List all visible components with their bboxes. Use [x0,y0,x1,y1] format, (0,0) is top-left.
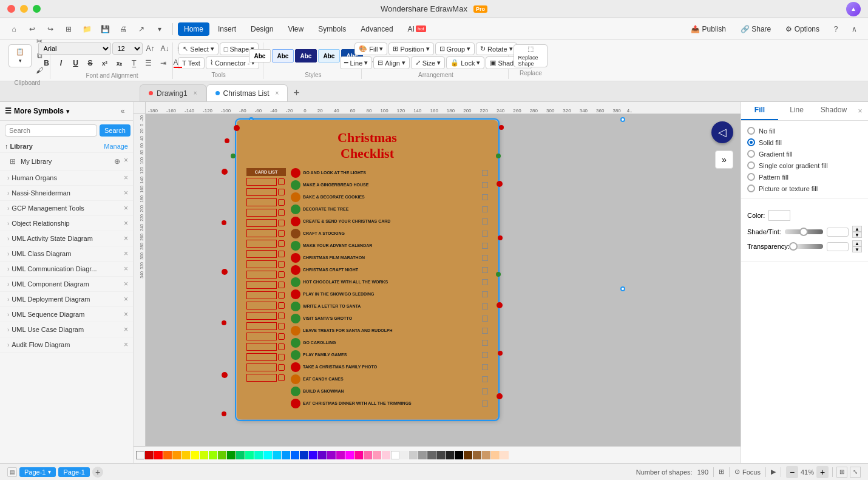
save-button[interactable]: 💾 [97,21,113,37]
item-checkbox[interactable] [482,279,488,285]
remove-nassi[interactable]: × [124,189,128,197]
color-swatch-pink[interactable] [364,451,372,459]
color-swatch-light-gray[interactable] [409,451,418,459]
sidebar-item-uml-activity[interactable]: › UML Activity State Diagram × [0,231,133,246]
shade-thumb[interactable] [799,228,808,236]
sidebar-item-object-relationship[interactable]: › Object Relationship × [0,216,133,231]
color-swatch-dark-gray[interactable] [427,451,436,459]
color-swatch-peach[interactable] [491,451,500,459]
select-tool-button[interactable]: ↖ Select ▾ [178,42,219,55]
color-swatch-caramel[interactable] [482,451,490,459]
menu-view[interactable]: View [282,22,310,36]
user-avatar[interactable]: ▲ [846,2,861,16]
item-checkbox[interactable] [482,316,488,322]
color-swatch-gray[interactable] [418,451,427,459]
more-button[interactable]: ▾ [152,21,168,37]
color-swatch-yellow[interactable] [181,451,190,459]
style-swatch-1[interactable]: Abc [249,49,271,63]
remove-uml-class[interactable]: × [124,249,128,258]
color-swatch-black[interactable] [455,451,463,459]
minimize-button[interactable] [20,5,28,13]
group-button[interactable]: ⊡ Group ▾ [435,42,475,55]
superscript-button[interactable]: x² [98,56,112,70]
pattern-fill-radio[interactable] [747,173,755,181]
strikethrough-button[interactable]: S [84,56,97,70]
search-button[interactable]: Search [100,124,131,137]
play-button[interactable]: ▶ [771,468,776,476]
sidebar-item-uml-deployment[interactable]: › UML Deployment Diagram × [0,292,133,307]
font-size-select[interactable]: 12 [112,42,143,55]
zoom-in-button[interactable]: + [816,466,829,478]
remove-uml-usecase[interactable]: × [124,325,128,334]
item-checkbox[interactable] [482,194,488,200]
color-swatch-pink-hot[interactable] [354,451,363,459]
sidebar-item-uml-component[interactable]: › UML Component Diagram × [0,277,133,292]
color-swatch-orange[interactable] [172,451,181,459]
color-swatch-darker-gray[interactable] [436,451,445,459]
remove-object-relationship[interactable]: × [124,219,128,228]
item-checkbox[interactable] [482,255,488,261]
canvas-area[interactable]: -180 -160 -140 -120 -100 -80 -60 -40 -20… [134,102,741,463]
add-tab-button[interactable]: + [288,84,305,101]
item-checkbox[interactable] [482,352,488,358]
fullscreen-button[interactable]: ⤡ [850,467,861,478]
new-file-button[interactable]: ⊞ [61,21,76,37]
remove-human-organs[interactable]: × [124,174,128,182]
color-swatch-cyan[interactable] [263,451,272,459]
line-tab[interactable]: Line [778,102,815,120]
color-swatch-light-peach[interactable] [500,451,509,459]
shade-down-button[interactable]: ▼ [852,232,862,238]
sidebar-item-gcp[interactable]: › GCP Management Tools × [0,201,133,216]
color-swatch-sky[interactable] [273,451,281,459]
share-button[interactable]: 🔗 Share [734,22,777,36]
search-input[interactable] [5,124,97,137]
item-checkbox[interactable] [482,340,488,346]
tab-drawing1-close[interactable]: × [194,90,197,96]
no-fill-option[interactable]: No fill [747,127,862,135]
size-button[interactable]: ⤢ Size ▾ [411,56,445,69]
color-swatch-light-green[interactable] [209,451,217,459]
panel-icon[interactable]: ◁ [711,121,733,143]
remove-uml-component[interactable]: × [124,280,128,288]
export-button[interactable]: ↗ [134,21,149,37]
menu-advanced[interactable]: Advanced [354,22,399,36]
tab-christmas-close[interactable]: × [276,90,279,96]
fill-tab[interactable]: Fill [741,102,778,120]
color-swatch-magenta[interactable] [336,451,345,459]
color-swatch-purple[interactable] [327,451,336,459]
color-swatch-red[interactable] [154,451,163,459]
remove-audit-flow[interactable]: × [124,340,128,349]
options-button[interactable]: ⚙ Options [779,22,826,36]
zoom-out-button[interactable]: − [786,466,798,478]
item-checkbox[interactable] [482,291,488,297]
item-checkbox[interactable] [482,388,488,394]
style-swatch-3[interactable]: Abc [295,49,317,63]
no-color-swatch[interactable] [136,451,144,459]
color-swatch-green[interactable] [218,451,226,459]
help-button[interactable]: ? [828,21,844,37]
item-checkbox[interactable] [482,303,488,309]
remove-library-button[interactable]: × [124,156,128,167]
picture-fill-radio[interactable] [747,184,755,192]
item-checkbox[interactable] [482,231,488,237]
color-swatch-white[interactable] [391,451,399,459]
italic-button[interactable]: I [55,56,68,70]
checklist-card[interactable]: Christmas Checklist CARD LIST [237,120,498,419]
fit-page-button[interactable]: ⊞ [836,467,847,478]
indent-button[interactable]: ⇥ [157,56,170,70]
style-swatch-2[interactable]: Abc [272,49,294,63]
page-1-active[interactable]: Page-1 [58,467,89,477]
remove-uml-comm[interactable]: × [124,265,128,273]
color-swatch-blue[interactable] [291,451,299,459]
page-thumbnail-button[interactable]: ▤ [7,467,17,477]
canvas-content[interactable]: Christmas Checklist CARD LIST [146,114,741,463]
transparency-thumb[interactable] [789,242,798,251]
floating-panel-toggle[interactable]: ◁ [711,121,733,143]
sidebar-item-uml-sequence[interactable]: › UML Sequence Diagram × [0,307,133,322]
replace-shape-button[interactable]: ⬚ Replace Shape [514,44,548,67]
color-swatch-bright-yellow[interactable] [191,451,199,459]
sidebar-collapse-button[interactable]: « [117,106,128,117]
menu-design[interactable]: Design [245,22,279,36]
transparency-down-button[interactable]: ▼ [852,246,862,252]
item-checkbox[interactable] [482,170,488,176]
